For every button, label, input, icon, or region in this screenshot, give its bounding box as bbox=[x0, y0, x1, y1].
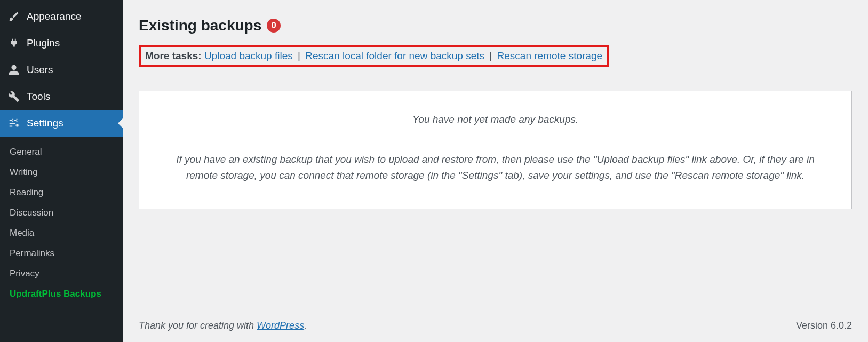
sidebar-item-appearance[interactable]: Appearance bbox=[0, 3, 123, 30]
no-backups-panel: You have not yet made any backups. If yo… bbox=[139, 91, 852, 209]
settings-submenu: General Writing Reading Discussion Media… bbox=[0, 137, 123, 312]
submenu-item-privacy[interactable]: Privacy bbox=[0, 264, 123, 284]
wp-version: Version 6.0.2 bbox=[796, 320, 852, 331]
footer-credit: Thank you for creating with WordPress. bbox=[139, 320, 307, 331]
sidebar-item-users[interactable]: Users bbox=[0, 57, 123, 83]
separator: | bbox=[487, 50, 497, 61]
wordpress-link[interactable]: WordPress bbox=[257, 320, 304, 331]
heading-text: Existing backups bbox=[139, 17, 261, 34]
submenu-item-updraftplus[interactable]: UpdraftPlus Backups bbox=[0, 284, 123, 304]
submenu-item-general[interactable]: General bbox=[0, 142, 123, 162]
sidebar-label: Appearance bbox=[27, 11, 81, 22]
more-tasks-label: More tasks: bbox=[145, 50, 202, 61]
wrench-icon bbox=[6, 91, 21, 102]
sidebar-item-tools[interactable]: Tools bbox=[0, 83, 123, 110]
backup-count-badge: 0 bbox=[267, 19, 281, 33]
admin-footer: Thank you for creating with WordPress. V… bbox=[139, 277, 852, 331]
submenu-item-writing[interactable]: Writing bbox=[0, 162, 123, 182]
submenu-item-media[interactable]: Media bbox=[0, 223, 123, 243]
upload-backup-link[interactable]: Upload backup files bbox=[204, 50, 293, 61]
footer-suffix: . bbox=[304, 320, 307, 331]
sidebar-label: Settings bbox=[27, 117, 63, 129]
submenu-item-discussion[interactable]: Discussion bbox=[0, 203, 123, 223]
brush-icon bbox=[6, 11, 21, 22]
main-content: Existing backups 0 More tasks: Upload ba… bbox=[123, 0, 868, 342]
user-icon bbox=[6, 64, 21, 76]
more-tasks-highlight: More tasks: Upload backup files | Rescan… bbox=[139, 45, 609, 67]
sidebar-item-plugins[interactable]: Plugins bbox=[0, 30, 123, 57]
footer-prefix: Thank you for creating with bbox=[139, 320, 257, 331]
rescan-local-link[interactable]: Rescan local folder for new backup sets bbox=[305, 50, 484, 61]
sidebar-item-settings[interactable]: Settings bbox=[0, 110, 123, 137]
page-heading: Existing backups 0 bbox=[139, 17, 852, 34]
sidebar-label: Tools bbox=[27, 91, 50, 102]
separator: | bbox=[296, 50, 305, 61]
sliders-icon bbox=[6, 117, 21, 129]
rescan-remote-link[interactable]: Rescan remote storage bbox=[497, 50, 603, 61]
submenu-item-permalinks[interactable]: Permalinks bbox=[0, 243, 123, 264]
admin-sidebar: Appearance Plugins Users Tools Settings bbox=[0, 0, 123, 342]
plug-icon bbox=[6, 37, 21, 49]
submenu-item-reading[interactable]: Reading bbox=[0, 182, 123, 203]
sidebar-label: Users bbox=[27, 64, 53, 76]
no-backups-line2: If you have an existing backup that you … bbox=[166, 152, 825, 183]
sidebar-label: Plugins bbox=[27, 37, 60, 49]
no-backups-line1: You have not yet made any backups. bbox=[166, 112, 825, 127]
